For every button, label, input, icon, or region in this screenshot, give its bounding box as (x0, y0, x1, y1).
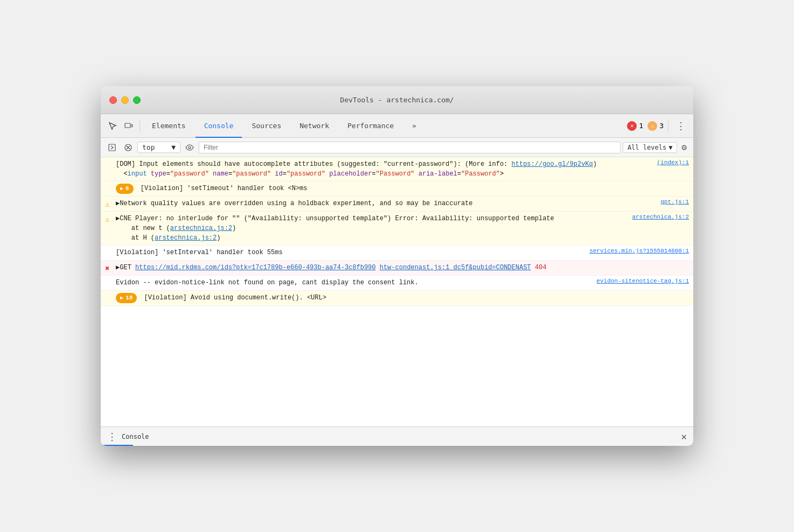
settings-icon[interactable]: ⚙ (679, 142, 689, 152)
device-icon[interactable] (121, 118, 136, 134)
error-icon: ✕ (627, 121, 637, 131)
warning-indicator: ⚠ (105, 214, 116, 224)
traffic-lights (109, 96, 141, 104)
more-options-button[interactable]: ⋮ (673, 120, 689, 131)
log-link[interactable]: https://goo.gl/9p2vKq (512, 160, 593, 168)
tab-more[interactable]: » (403, 114, 425, 138)
log-entry: ⚠ ▶Network quality values are overridden… (101, 197, 693, 212)
log-entry: [DOM] Input elements should have autocom… (101, 157, 693, 181)
tab-console[interactable]: Console (196, 114, 242, 138)
toolbar-separator (140, 120, 140, 132)
minimize-button[interactable] (121, 96, 129, 104)
entry-source[interactable]: evidon-sitenotice-tag.js:1 (592, 278, 689, 284)
right-separator (668, 120, 668, 132)
run-script-button[interactable] (105, 141, 119, 155)
svg-rect-2 (109, 144, 115, 151)
console-toolbar: top ▼ All levels ▼ ⚙ (101, 138, 693, 157)
clear-console-button[interactable] (121, 141, 135, 155)
log-entry: ▶6 [Violation] 'setTimeout' handler took… (101, 181, 693, 197)
violation-badge[interactable]: ▶6 (116, 184, 134, 194)
error-indicator: ✖ (105, 263, 116, 273)
log-entry: ▶18 [Violation] Avoid using document.wri… (101, 291, 693, 306)
entry-content: ▶Network quality values are overridden u… (116, 199, 624, 208)
toolbar-right: ✕ 1 ⚠ 3 ⋮ (627, 120, 689, 132)
bottom-dots-icon[interactable]: ⋮ (107, 431, 117, 442)
entry-content: ▶GET https://mid.rkdms.com/ids?ptk=17c17… (116, 263, 624, 272)
entry-source[interactable]: services.min.js?1555014600:1 (585, 248, 689, 254)
tab-network[interactable]: Network (291, 114, 338, 138)
entry-source[interactable]: arstechnica.js:2 (624, 214, 689, 220)
console-output: [DOM] Input elements should have autocom… (101, 157, 693, 426)
log-link[interactable]: arstechnica.js:2 (170, 225, 232, 232)
eye-icon[interactable] (183, 141, 197, 155)
loading-indicator (101, 445, 133, 446)
log-entry: Evidon -- evidon-notice-link not found o… (101, 276, 693, 291)
levels-dropdown[interactable]: All levels ▼ (623, 142, 677, 153)
log-link[interactable]: htw-condenast.js:1 dc5f&pubid=CONDENAST (380, 264, 531, 271)
log-link[interactable]: arstechnica.js:2 (155, 234, 217, 242)
svg-rect-1 (131, 124, 133, 127)
entry-content: ▶CNE Player: no interlude for "" ("Avail… (116, 214, 624, 243)
context-select[interactable]: top ▼ (137, 142, 180, 153)
tab-bar: Elements Console Sources Network Perform… (101, 114, 693, 138)
log-entry: [Violation] 'setInterval' handler took 5… (101, 246, 693, 261)
entry-content: Evidon -- evidon-notice-link not found o… (116, 278, 592, 288)
entry-content: [Violation] 'setInterval' handler took 5… (116, 248, 585, 257)
log-entry: ✖ ▶GET https://mid.rkdms.com/ids?ptk=17c… (101, 261, 693, 276)
error-badge[interactable]: ✕ 1 (627, 121, 643, 131)
svg-rect-0 (125, 123, 130, 128)
entry-indicator (105, 159, 116, 160)
entry-content: [DOM] Input elements should have autocom… (116, 159, 624, 179)
warning-badge[interactable]: ⚠ 3 (647, 121, 664, 131)
violation-badge[interactable]: ▶18 (116, 293, 137, 303)
entry-indicator (105, 248, 116, 249)
close-button[interactable] (109, 96, 117, 104)
entry-source[interactable]: gpt.js:1 (624, 199, 689, 205)
inspect-icon[interactable] (105, 118, 120, 134)
tab-sources[interactable]: Sources (243, 114, 290, 138)
maximize-button[interactable] (133, 96, 141, 104)
entry-indicator (105, 184, 116, 185)
warning-icon: ⚠ (647, 121, 657, 131)
entry-indicator (105, 293, 116, 294)
warning-indicator: ⚠ (105, 199, 116, 209)
bottom-bar: ⋮ Console ✕ (101, 426, 693, 446)
log-link[interactable]: https://mid.rkdms.com/ids?ptk=17c1789b-e… (135, 264, 375, 271)
titlebar: DevTools - arstechnica.com/ (101, 86, 693, 114)
log-entry: ⚠ ▶CNE Player: no interlude for "" ("Ava… (101, 212, 693, 246)
entry-indicator (105, 278, 116, 279)
svg-point-4 (189, 146, 191, 149)
devtools-window: DevTools - arstechnica.com/ Elements Con… (101, 86, 693, 446)
filter-input[interactable] (199, 142, 621, 153)
close-panel-button[interactable]: ✕ (681, 431, 687, 442)
entry-content: ▶6 [Violation] 'setTimeout' handler took… (116, 184, 624, 194)
tab-performance[interactable]: Performance (339, 114, 402, 138)
window-title: DevTools - arstechnica.com/ (340, 96, 454, 104)
tab-elements[interactable]: Elements (143, 114, 194, 138)
console-label: Console (122, 433, 149, 440)
entry-content: ▶18 [Violation] Avoid using document.wri… (116, 293, 624, 303)
entry-source[interactable]: (index):1 (624, 159, 689, 166)
